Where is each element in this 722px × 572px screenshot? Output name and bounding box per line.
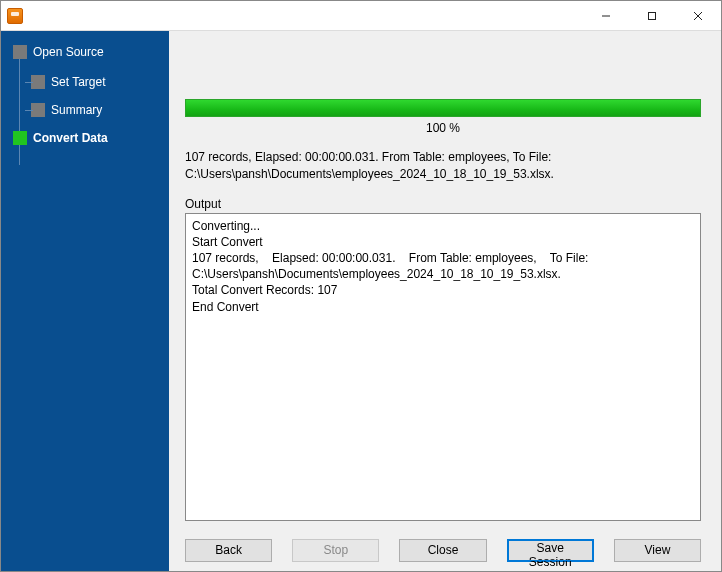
square-icon — [13, 131, 27, 145]
sidebar-item-label: Convert Data — [33, 131, 108, 145]
sidebar: Open Source Set Target Summary Convert D… — [1, 31, 169, 571]
sidebar-item-summary[interactable]: Summary — [13, 99, 163, 121]
minimize-button[interactable] — [583, 1, 629, 31]
square-icon — [13, 45, 27, 59]
save-session-button[interactable]: Save Session — [507, 539, 594, 562]
close-button[interactable] — [675, 1, 721, 31]
button-bar: Back Stop Close Save Session View — [169, 529, 721, 571]
status-text: 107 records, Elapsed: 00:00:00.031. From… — [185, 149, 701, 183]
output-label: Output — [185, 197, 701, 211]
main-panel: 100 % 107 records, Elapsed: 00:00:00.031… — [169, 31, 721, 571]
sidebar-item-label: Set Target — [51, 75, 105, 89]
sidebar-item-set-target[interactable]: Set Target — [13, 71, 163, 93]
back-button[interactable]: Back — [185, 539, 272, 562]
progress-bar — [185, 99, 701, 117]
sidebar-item-label: Summary — [51, 103, 102, 117]
close-button[interactable]: Close — [399, 539, 486, 562]
titlebar — [1, 1, 721, 31]
sidebar-item-label: Open Source — [33, 45, 104, 59]
view-button[interactable]: View — [614, 539, 701, 562]
app-icon — [7, 8, 23, 24]
sidebar-item-open-source[interactable]: Open Source — [13, 41, 163, 63]
svg-rect-0 — [649, 12, 656, 19]
output-textarea[interactable]: Converting... Start Convert 107 records,… — [185, 213, 701, 521]
sidebar-item-convert-data[interactable]: Convert Data — [13, 127, 163, 149]
window-controls — [583, 1, 721, 31]
square-icon — [31, 75, 45, 89]
square-icon — [31, 103, 45, 117]
stop-button[interactable]: Stop — [292, 539, 379, 562]
progress-percent: 100 % — [185, 121, 701, 135]
maximize-button[interactable] — [629, 1, 675, 31]
